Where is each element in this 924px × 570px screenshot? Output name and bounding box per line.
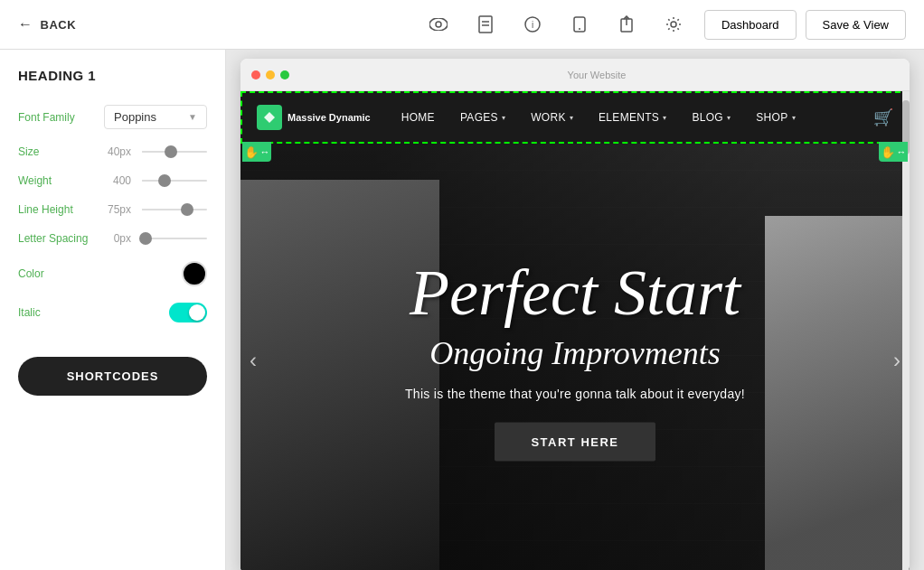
weight-label: Weight: [18, 174, 104, 187]
pages-chevron-icon: ▾: [502, 114, 505, 122]
line-height-label: Line Height: [18, 203, 104, 216]
nav-handle-right[interactable]: ✋ ↔: [879, 142, 908, 162]
browser-dot-red[interactable]: [251, 70, 260, 79]
svg-rect-2: [479, 16, 492, 33]
nav-pages-label: PAGES: [460, 111, 498, 124]
panel-title: HEADING 1: [18, 68, 207, 83]
hero-title: Perfect Start: [349, 260, 801, 325]
line-height-row: Line Height 75px: [18, 203, 207, 216]
main-content: HEADING 1 Font Family Poppins ▼ Size 40p…: [0, 50, 924, 570]
settings-icon[interactable]: [657, 8, 690, 41]
size-value: 40px: [104, 145, 131, 158]
blog-chevron-icon: ▾: [727, 114, 731, 122]
save-view-button[interactable]: Save & View: [806, 10, 906, 40]
nav-blog-label: BLOG: [692, 111, 723, 124]
nav-item-work[interactable]: WORK ▾: [518, 91, 586, 144]
cart-icon[interactable]: 🛒: [873, 108, 893, 126]
hero-section: Perfect Start Ongoing Improvments This i…: [240, 144, 910, 570]
nav-items: HOME PAGES ▾ WORK ▾ ELEMENTS ▾: [389, 91, 873, 144]
nav-item-elements[interactable]: ELEMENTS ▾: [586, 91, 679, 144]
svg-point-11: [671, 22, 676, 27]
site-logo: Massive Dynamic: [257, 105, 371, 130]
line-height-value: 75px: [104, 203, 131, 216]
nav-item-home[interactable]: HOME: [389, 91, 448, 144]
carousel-next-button[interactable]: ›: [893, 348, 900, 373]
back-arrow-icon: ←: [18, 16, 33, 33]
site-nav: Massive Dynamic HOME PAGES ▾ WORK ▾: [240, 91, 910, 144]
back-label: BACK: [41, 18, 77, 32]
font-family-label: Font Family: [18, 111, 104, 124]
website-preview: Massive Dynamic HOME PAGES ▾ WORK ▾: [240, 91, 910, 570]
letter-spacing-value: 0px: [104, 232, 131, 245]
svg-point-0: [429, 18, 448, 31]
nav-handle-left[interactable]: ✋ ↔: [242, 142, 271, 162]
nav-shop-label: SHOP: [756, 111, 787, 124]
dashboard-button[interactable]: Dashboard: [704, 10, 797, 40]
size-slider[interactable]: [142, 151, 207, 153]
svg-point-8: [579, 28, 580, 30]
nav-item-shop[interactable]: SHOP ▾: [743, 91, 808, 144]
preview-area: Your Website Massive Dynamic: [226, 50, 924, 570]
letter-spacing-label: Letter Spacing: [18, 232, 104, 245]
nav-right: 🛒: [873, 107, 893, 127]
browser-url: Your Website: [295, 70, 899, 80]
nav-elements-label: ELEMENTS: [599, 111, 659, 124]
nav-work-label: WORK: [531, 111, 566, 124]
top-right-buttons: Dashboard Save & View: [704, 10, 906, 40]
weight-row: Weight 400: [18, 174, 207, 187]
browser-dot-yellow[interactable]: [266, 70, 275, 79]
top-icons: i Dashboard Save & View: [422, 8, 906, 41]
weight-slider[interactable]: [142, 180, 207, 182]
nav-item-blog[interactable]: BLOG ▾: [679, 91, 743, 144]
left-panel: HEADING 1 Font Family Poppins ▼ Size 40p…: [0, 50, 226, 570]
hero-content: Perfect Start Ongoing Improvments This i…: [349, 260, 801, 462]
tablet-icon[interactable]: [563, 8, 596, 41]
elements-chevron-icon: ▾: [663, 114, 666, 122]
eye-icon[interactable]: [422, 8, 455, 41]
back-button[interactable]: ← BACK: [18, 16, 76, 33]
size-row: Size 40px: [18, 145, 207, 158]
handle-cursor-icon: ✋: [244, 145, 259, 159]
font-family-row: Font Family Poppins ▼: [18, 105, 207, 129]
color-swatch[interactable]: [182, 261, 207, 286]
browser-dot-green[interactable]: [280, 70, 289, 79]
shortcodes-button[interactable]: SHORTCODES: [18, 357, 207, 396]
info-icon[interactable]: i: [516, 8, 549, 41]
browser-scrollbar[interactable]: [902, 91, 910, 570]
browser-chrome: Your Website: [240, 59, 910, 91]
hero-subtitle: Ongoing Improvments: [349, 334, 801, 372]
letter-spacing-row: Letter Spacing 0px: [18, 232, 207, 245]
top-bar: ← BACK i: [0, 0, 924, 50]
logo-text: Massive Dynamic: [288, 112, 371, 123]
svg-text:i: i: [532, 20, 533, 30]
hero-cta-button[interactable]: START HERE: [495, 423, 655, 462]
handle-arrows-right-icon: ↔: [897, 146, 907, 157]
line-height-slider[interactable]: [142, 209, 207, 210]
weight-value: 400: [104, 174, 131, 187]
handle-arrows-icon: ↔: [260, 146, 270, 157]
font-family-value: Poppins: [114, 110, 156, 124]
italic-row: Italic: [18, 303, 207, 322]
size-label: Size: [18, 145, 104, 158]
carousel-prev-button[interactable]: ‹: [250, 348, 257, 373]
browser-window: Your Website Massive Dynamic: [240, 59, 910, 570]
nav-item-pages[interactable]: PAGES ▾: [448, 91, 518, 144]
color-row: Color: [18, 261, 207, 286]
font-family-dropdown[interactable]: Poppins ▼: [104, 105, 207, 129]
letter-spacing-slider[interactable]: [142, 238, 207, 239]
nav-home-label: HOME: [401, 111, 435, 124]
italic-label: Italic: [18, 306, 104, 319]
page-icon[interactable]: [469, 8, 502, 41]
svg-point-1: [436, 22, 441, 27]
handle-cursor-right-icon: ✋: [881, 145, 895, 159]
italic-toggle[interactable]: [169, 303, 207, 322]
toggle-knob: [189, 304, 205, 321]
dropdown-arrow-icon: ▼: [188, 112, 197, 122]
logo-icon: [257, 105, 282, 130]
work-chevron-icon: ▾: [570, 114, 573, 122]
shop-chevron-icon: ▾: [792, 114, 796, 122]
hero-tagline: This is the theme that you're gonna talk…: [349, 387, 801, 401]
color-label: Color: [18, 267, 104, 280]
share-icon[interactable]: [610, 8, 643, 41]
